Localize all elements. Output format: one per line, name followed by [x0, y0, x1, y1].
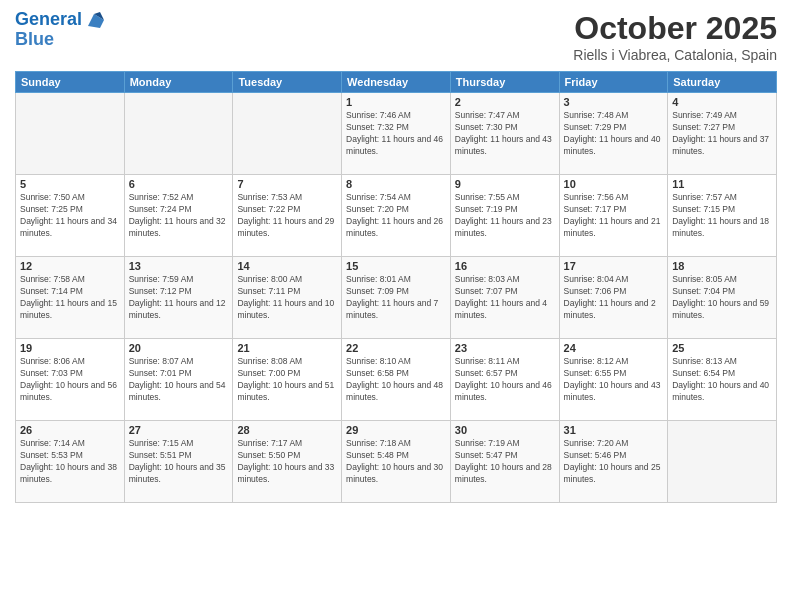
day-cell: 23Sunrise: 8:11 AMSunset: 6:57 PMDayligh…: [450, 339, 559, 421]
logo-text: General: [15, 10, 82, 30]
day-cell: 25Sunrise: 8:13 AMSunset: 6:54 PMDayligh…: [668, 339, 777, 421]
day-cell: 13Sunrise: 7:59 AMSunset: 7:12 PMDayligh…: [124, 257, 233, 339]
day-info: Sunrise: 8:12 AMSunset: 6:55 PMDaylight:…: [564, 356, 664, 404]
day-info: Sunrise: 7:17 AMSunset: 5:50 PMDaylight:…: [237, 438, 337, 486]
day-info: Sunrise: 8:10 AMSunset: 6:58 PMDaylight:…: [346, 356, 446, 404]
day-info: Sunrise: 8:08 AMSunset: 7:00 PMDaylight:…: [237, 356, 337, 404]
day-number: 5: [20, 178, 120, 190]
day-info: Sunrise: 8:13 AMSunset: 6:54 PMDaylight:…: [672, 356, 772, 404]
day-number: 11: [672, 178, 772, 190]
day-cell: 5Sunrise: 7:50 AMSunset: 7:25 PMDaylight…: [16, 175, 125, 257]
week-row-1: 5Sunrise: 7:50 AMSunset: 7:25 PMDaylight…: [16, 175, 777, 257]
day-number: 22: [346, 342, 446, 354]
week-row-4: 26Sunrise: 7:14 AMSunset: 5:53 PMDayligh…: [16, 421, 777, 503]
day-cell: 24Sunrise: 8:12 AMSunset: 6:55 PMDayligh…: [559, 339, 668, 421]
weekday-header-wednesday: Wednesday: [342, 72, 451, 93]
day-cell: 30Sunrise: 7:19 AMSunset: 5:47 PMDayligh…: [450, 421, 559, 503]
day-number: 12: [20, 260, 120, 272]
day-cell: 16Sunrise: 8:03 AMSunset: 7:07 PMDayligh…: [450, 257, 559, 339]
day-cell: 14Sunrise: 8:00 AMSunset: 7:11 PMDayligh…: [233, 257, 342, 339]
day-info: Sunrise: 7:48 AMSunset: 7:29 PMDaylight:…: [564, 110, 664, 158]
day-cell: 7Sunrise: 7:53 AMSunset: 7:22 PMDaylight…: [233, 175, 342, 257]
day-info: Sunrise: 7:18 AMSunset: 5:48 PMDaylight:…: [346, 438, 446, 486]
day-cell: 3Sunrise: 7:48 AMSunset: 7:29 PMDaylight…: [559, 93, 668, 175]
day-cell: 19Sunrise: 8:06 AMSunset: 7:03 PMDayligh…: [16, 339, 125, 421]
day-info: Sunrise: 7:58 AMSunset: 7:14 PMDaylight:…: [20, 274, 120, 322]
page: General Blue October 2025 Riells i Viabr…: [0, 0, 792, 612]
day-cell: [668, 421, 777, 503]
day-cell: 6Sunrise: 7:52 AMSunset: 7:24 PMDaylight…: [124, 175, 233, 257]
day-number: 7: [237, 178, 337, 190]
day-number: 16: [455, 260, 555, 272]
day-cell: 28Sunrise: 7:17 AMSunset: 5:50 PMDayligh…: [233, 421, 342, 503]
week-row-0: 1Sunrise: 7:46 AMSunset: 7:32 PMDaylight…: [16, 93, 777, 175]
day-number: 23: [455, 342, 555, 354]
day-number: 21: [237, 342, 337, 354]
day-cell: 9Sunrise: 7:55 AMSunset: 7:19 PMDaylight…: [450, 175, 559, 257]
day-number: 4: [672, 96, 772, 108]
weekday-header-sunday: Sunday: [16, 72, 125, 93]
day-info: Sunrise: 7:46 AMSunset: 7:32 PMDaylight:…: [346, 110, 446, 158]
day-number: 14: [237, 260, 337, 272]
day-cell: 22Sunrise: 8:10 AMSunset: 6:58 PMDayligh…: [342, 339, 451, 421]
weekday-header-friday: Friday: [559, 72, 668, 93]
day-number: 15: [346, 260, 446, 272]
day-number: 3: [564, 96, 664, 108]
day-cell: 1Sunrise: 7:46 AMSunset: 7:32 PMDaylight…: [342, 93, 451, 175]
day-number: 18: [672, 260, 772, 272]
day-info: Sunrise: 7:49 AMSunset: 7:27 PMDaylight:…: [672, 110, 772, 158]
day-cell: 12Sunrise: 7:58 AMSunset: 7:14 PMDayligh…: [16, 257, 125, 339]
day-cell: 17Sunrise: 8:04 AMSunset: 7:06 PMDayligh…: [559, 257, 668, 339]
day-number: 10: [564, 178, 664, 190]
day-info: Sunrise: 7:57 AMSunset: 7:15 PMDaylight:…: [672, 192, 772, 240]
day-number: 13: [129, 260, 229, 272]
weekday-header-monday: Monday: [124, 72, 233, 93]
day-number: 20: [129, 342, 229, 354]
day-info: Sunrise: 7:55 AMSunset: 7:19 PMDaylight:…: [455, 192, 555, 240]
day-info: Sunrise: 8:03 AMSunset: 7:07 PMDaylight:…: [455, 274, 555, 322]
day-number: 9: [455, 178, 555, 190]
location-title: Riells i Viabrea, Catalonia, Spain: [573, 47, 777, 63]
day-cell: 31Sunrise: 7:20 AMSunset: 5:46 PMDayligh…: [559, 421, 668, 503]
day-number: 25: [672, 342, 772, 354]
day-cell: [16, 93, 125, 175]
weekday-header-thursday: Thursday: [450, 72, 559, 93]
month-title: October 2025: [573, 10, 777, 47]
week-row-3: 19Sunrise: 8:06 AMSunset: 7:03 PMDayligh…: [16, 339, 777, 421]
day-cell: 27Sunrise: 7:15 AMSunset: 5:51 PMDayligh…: [124, 421, 233, 503]
day-number: 30: [455, 424, 555, 436]
day-number: 6: [129, 178, 229, 190]
day-cell: 2Sunrise: 7:47 AMSunset: 7:30 PMDaylight…: [450, 93, 559, 175]
week-row-2: 12Sunrise: 7:58 AMSunset: 7:14 PMDayligh…: [16, 257, 777, 339]
day-info: Sunrise: 7:14 AMSunset: 5:53 PMDaylight:…: [20, 438, 120, 486]
day-cell: 26Sunrise: 7:14 AMSunset: 5:53 PMDayligh…: [16, 421, 125, 503]
day-number: 8: [346, 178, 446, 190]
day-info: Sunrise: 8:06 AMSunset: 7:03 PMDaylight:…: [20, 356, 120, 404]
day-number: 26: [20, 424, 120, 436]
day-info: Sunrise: 8:11 AMSunset: 6:57 PMDaylight:…: [455, 356, 555, 404]
day-info: Sunrise: 8:04 AMSunset: 7:06 PMDaylight:…: [564, 274, 664, 322]
day-number: 2: [455, 96, 555, 108]
day-info: Sunrise: 8:07 AMSunset: 7:01 PMDaylight:…: [129, 356, 229, 404]
day-cell: 10Sunrise: 7:56 AMSunset: 7:17 PMDayligh…: [559, 175, 668, 257]
weekday-header-saturday: Saturday: [668, 72, 777, 93]
day-number: 28: [237, 424, 337, 436]
day-info: Sunrise: 7:59 AMSunset: 7:12 PMDaylight:…: [129, 274, 229, 322]
day-cell: 8Sunrise: 7:54 AMSunset: 7:20 PMDaylight…: [342, 175, 451, 257]
day-info: Sunrise: 7:52 AMSunset: 7:24 PMDaylight:…: [129, 192, 229, 240]
day-number: 31: [564, 424, 664, 436]
weekday-header-tuesday: Tuesday: [233, 72, 342, 93]
day-info: Sunrise: 7:56 AMSunset: 7:17 PMDaylight:…: [564, 192, 664, 240]
logo-icon: [84, 10, 104, 30]
day-cell: 18Sunrise: 8:05 AMSunset: 7:04 PMDayligh…: [668, 257, 777, 339]
day-number: 19: [20, 342, 120, 354]
day-info: Sunrise: 8:00 AMSunset: 7:11 PMDaylight:…: [237, 274, 337, 322]
day-cell: [233, 93, 342, 175]
day-info: Sunrise: 7:54 AMSunset: 7:20 PMDaylight:…: [346, 192, 446, 240]
day-cell: 21Sunrise: 8:08 AMSunset: 7:00 PMDayligh…: [233, 339, 342, 421]
day-cell: 29Sunrise: 7:18 AMSunset: 5:48 PMDayligh…: [342, 421, 451, 503]
day-info: Sunrise: 7:19 AMSunset: 5:47 PMDaylight:…: [455, 438, 555, 486]
day-info: Sunrise: 7:53 AMSunset: 7:22 PMDaylight:…: [237, 192, 337, 240]
day-cell: [124, 93, 233, 175]
day-info: Sunrise: 7:20 AMSunset: 5:46 PMDaylight:…: [564, 438, 664, 486]
